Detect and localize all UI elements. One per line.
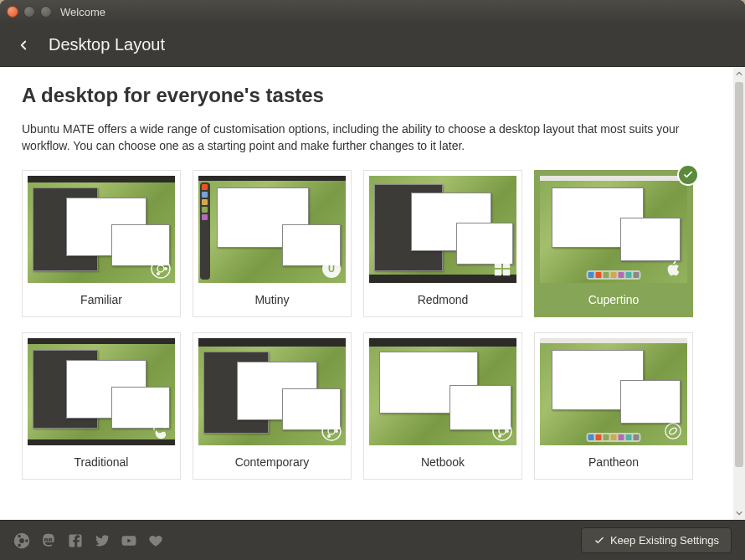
svg-text:U: U bbox=[328, 264, 335, 274]
layout-thumb bbox=[198, 338, 346, 445]
layout-label: Netbook bbox=[369, 445, 516, 474]
layout-grid: Familiar U Mutiny bbox=[22, 170, 712, 480]
twitter-icon[interactable] bbox=[94, 532, 110, 549]
apple-icon bbox=[662, 258, 684, 280]
unity-icon: U bbox=[321, 258, 342, 280]
footer: Keep Existing Settings bbox=[0, 520, 745, 560]
facebook-icon[interactable] bbox=[67, 532, 84, 549]
layout-thumb bbox=[369, 176, 516, 283]
back-icon bbox=[16, 38, 31, 53]
svg-point-23 bbox=[19, 538, 24, 543]
minimize-button[interactable] bbox=[23, 6, 35, 18]
ubuntu-mate-icon bbox=[321, 420, 342, 442]
scroll-up-icon[interactable] bbox=[734, 69, 744, 79]
layout-card-mutiny[interactable]: U Mutiny bbox=[193, 170, 352, 317]
layout-label: Contemporary bbox=[198, 445, 346, 474]
svg-point-4 bbox=[157, 272, 160, 275]
ubuntu-icon[interactable] bbox=[13, 532, 30, 549]
keep-existing-button[interactable]: Keep Existing Settings bbox=[581, 527, 732, 553]
layout-thumb bbox=[540, 176, 687, 283]
window-buttons bbox=[7, 6, 52, 18]
svg-rect-9 bbox=[495, 270, 501, 275]
layout-card-pantheon[interactable]: Pantheon bbox=[534, 332, 693, 480]
layout-label: Familiar bbox=[28, 283, 175, 311]
svg-point-13 bbox=[335, 429, 338, 433]
svg-rect-8 bbox=[503, 261, 510, 267]
social-links bbox=[13, 532, 164, 549]
page-title: Desktop Layout bbox=[49, 35, 165, 54]
svg-point-25 bbox=[18, 534, 21, 537]
layout-thumb bbox=[28, 338, 175, 445]
scroll-track[interactable] bbox=[735, 80, 743, 506]
svg-point-20 bbox=[498, 434, 501, 438]
content-scroll: A desktop for everyone's tastes Ubuntu M… bbox=[0, 67, 733, 520]
elementary-icon bbox=[662, 420, 684, 442]
window-title: Welcome bbox=[60, 6, 105, 18]
svg-point-17 bbox=[499, 428, 506, 434]
layout-thumb bbox=[28, 176, 175, 283]
back-button[interactable] bbox=[13, 35, 33, 55]
scrollbar[interactable] bbox=[733, 67, 745, 520]
svg-point-1 bbox=[157, 265, 164, 272]
svg-point-15 bbox=[327, 434, 331, 438]
page-header: Desktop Layout bbox=[0, 23, 745, 67]
gnome-icon bbox=[150, 420, 172, 442]
scroll-down-icon[interactable] bbox=[734, 508, 744, 518]
svg-point-18 bbox=[506, 429, 509, 433]
layout-card-traditional[interactable]: Traditional bbox=[22, 332, 181, 480]
titlebar[interactable]: Welcome bbox=[0, 0, 745, 23]
welcome-window: Welcome Desktop Layout A desktop for eve… bbox=[0, 0, 745, 560]
layout-thumb bbox=[369, 338, 516, 445]
description: Ubuntu MATE offers a wide range of custo… bbox=[22, 121, 712, 155]
mastodon-icon[interactable] bbox=[40, 532, 57, 549]
close-button[interactable] bbox=[7, 6, 18, 18]
heading: A desktop for everyone's tastes bbox=[22, 84, 712, 107]
layout-thumb bbox=[540, 338, 687, 445]
layout-card-netbook[interactable]: Netbook bbox=[363, 332, 522, 480]
layout-label: Pantheon bbox=[540, 445, 687, 474]
svg-point-19 bbox=[498, 424, 501, 428]
svg-rect-7 bbox=[495, 261, 501, 267]
layout-card-redmond[interactable]: Redmond bbox=[363, 170, 522, 317]
layout-label: Mutiny bbox=[198, 283, 346, 311]
layout-label: Traditional bbox=[28, 445, 175, 474]
layout-card-familiar[interactable]: Familiar bbox=[22, 170, 181, 317]
maximize-button[interactable] bbox=[40, 6, 52, 18]
layout-label: Cupertino bbox=[540, 283, 687, 311]
svg-point-12 bbox=[328, 428, 335, 434]
heart-icon[interactable] bbox=[147, 532, 164, 549]
content-area: A desktop for everyone's tastes Ubuntu M… bbox=[0, 67, 745, 520]
check-icon bbox=[593, 535, 605, 547]
svg-point-21 bbox=[665, 423, 681, 438]
scroll-thumb[interactable] bbox=[735, 82, 743, 467]
ubuntu-mate-icon bbox=[491, 420, 513, 442]
layout-label: Redmond bbox=[369, 283, 516, 311]
svg-point-14 bbox=[327, 424, 331, 428]
layout-card-contemporary[interactable]: Contemporary bbox=[193, 332, 352, 480]
svg-point-24 bbox=[25, 539, 28, 542]
windows-icon bbox=[491, 258, 513, 280]
check-icon bbox=[677, 164, 699, 186]
svg-point-3 bbox=[157, 262, 160, 265]
youtube-icon[interactable] bbox=[121, 532, 137, 549]
keep-existing-label: Keep Existing Settings bbox=[610, 534, 719, 547]
svg-point-2 bbox=[164, 267, 167, 270]
layout-card-cupertino[interactable]: Cupertino bbox=[534, 170, 693, 317]
ubuntu-mate-icon bbox=[150, 258, 172, 280]
svg-point-26 bbox=[18, 543, 21, 547]
layout-thumb: U bbox=[198, 176, 346, 283]
svg-rect-10 bbox=[503, 270, 510, 275]
